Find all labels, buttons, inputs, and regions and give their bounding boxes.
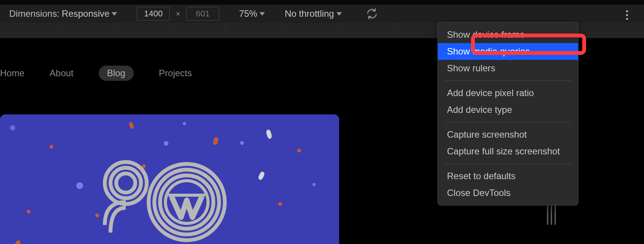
- svg-rect-8: [168, 194, 205, 197]
- throttling-value: No throttling: [285, 8, 334, 19]
- menu-add-device-pixel-ratio[interactable]: Add device pixel ratio: [438, 85, 578, 101]
- menu-reset-defaults[interactable]: Reset to defaults: [438, 168, 578, 185]
- kebab-dot-icon: [626, 14, 628, 16]
- kebab-dot-icon: [626, 10, 628, 12]
- nav-link-about[interactable]: About: [50, 68, 74, 79]
- chevron-down-icon: [260, 12, 265, 16]
- hero-image: [0, 114, 339, 244]
- dimensions-label: Dimensions:: [9, 8, 59, 19]
- nav-link-projects[interactable]: Projects: [159, 68, 192, 79]
- chevron-down-icon: [336, 12, 342, 16]
- nav-link-home[interactable]: Home: [0, 68, 24, 79]
- menu-show-media-queries[interactable]: Show media queries: [438, 43, 578, 60]
- device-options-menu: Show device frame Show media queries Sho…: [437, 22, 578, 205]
- dimensions-dropdown[interactable]: Dimensions: Responsive: [9, 8, 117, 19]
- menu-close-devtools[interactable]: Close DevTools: [438, 185, 578, 201]
- menu-capture-screenshot[interactable]: Capture screenshot: [438, 126, 578, 143]
- device-preset-name: Responsive: [62, 8, 109, 19]
- nav-link-blog[interactable]: Blog: [99, 66, 134, 81]
- menu-separator: [444, 122, 572, 122]
- throttling-dropdown[interactable]: No throttling: [285, 8, 341, 19]
- times-separator: ×: [176, 10, 180, 18]
- menu-add-device-type[interactable]: Add device type: [438, 101, 578, 118]
- kebab-dot-icon: [626, 18, 628, 20]
- svg-point-2: [116, 173, 135, 193]
- menu-show-rulers[interactable]: Show rulers: [438, 60, 578, 77]
- menu-show-device-frame[interactable]: Show device frame: [438, 26, 578, 43]
- chevron-down-icon: [112, 12, 117, 16]
- more-options-button[interactable]: [620, 8, 633, 21]
- rotate-device-icon[interactable]: [365, 7, 378, 20]
- site-nav: Home About Blog Projects: [0, 66, 192, 81]
- wp20-logo: [99, 156, 236, 244]
- width-input[interactable]: [137, 7, 170, 21]
- menu-separator: [444, 80, 572, 81]
- menu-separator: [444, 164, 572, 164]
- menu-capture-full-screenshot[interactable]: Capture full size screenshot: [438, 143, 578, 160]
- zoom-value: 75%: [239, 8, 257, 19]
- device-toolbar: Dimensions: Responsive × 75% No throttli…: [0, 5, 644, 23]
- height-input[interactable]: [186, 7, 219, 21]
- zoom-dropdown[interactable]: 75%: [239, 8, 265, 19]
